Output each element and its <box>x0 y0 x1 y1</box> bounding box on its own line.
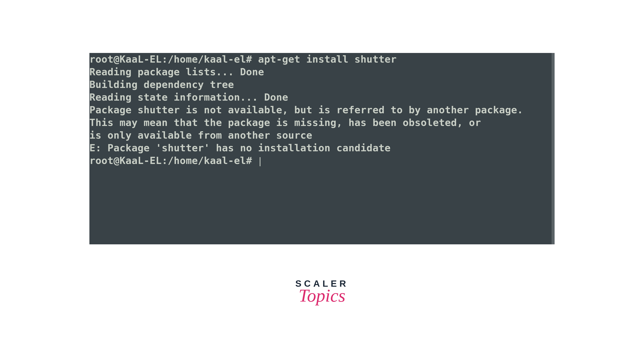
output-line: Reading package lists... Done <box>90 66 554 78</box>
output-line: Package shutter is not available, but is… <box>90 104 554 116</box>
trailing-prompt-line: root@KaaL-EL:/home/kaal-el# <box>90 154 554 167</box>
output-line: This may mean that the package is missin… <box>90 116 554 129</box>
command-text: apt-get install shutter <box>258 53 397 65</box>
output-line: Building dependency tree <box>90 78 554 91</box>
cursor-icon <box>260 157 260 166</box>
trailing-prompt-text: root@KaaL-EL:/home/kaal-el# <box>90 155 258 166</box>
output-line: is only available from another source <box>90 129 554 142</box>
output-line: E: Package 'shutter' has no installation… <box>90 142 554 154</box>
logo-line2: Topics <box>298 285 345 306</box>
logo: SCALER Topics <box>295 278 348 306</box>
prompt-text: root@KaaL-EL:/home/kaal-el# <box>90 53 258 65</box>
terminal-window[interactable]: root@KaaL-EL:/home/kaal-el# apt-get inst… <box>90 53 554 244</box>
scrollbar[interactable] <box>552 53 554 244</box>
command-line: root@KaaL-EL:/home/kaal-el# apt-get inst… <box>90 53 554 66</box>
output-line: Reading state information... Done <box>90 91 554 104</box>
terminal-content[interactable]: root@KaaL-EL:/home/kaal-el# apt-get inst… <box>90 53 554 244</box>
